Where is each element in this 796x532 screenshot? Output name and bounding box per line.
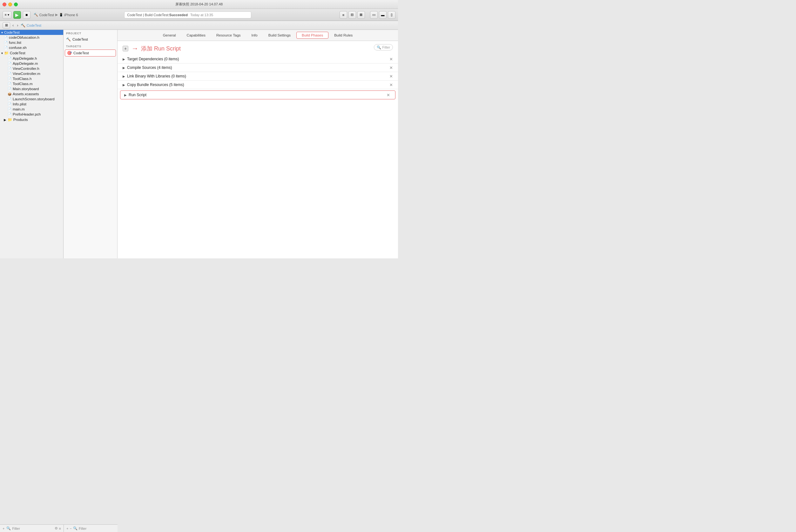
editor-standard-button[interactable]: ≡ (339, 11, 347, 19)
phase-close-button[interactable]: ✕ (389, 74, 393, 79)
project-section-header: PROJECT (63, 30, 117, 36)
phase-label: Run Script (129, 93, 146, 97)
file-icon: 📄 (7, 62, 12, 65)
content-filter[interactable]: 🔍 Filter (374, 44, 393, 51)
sidebar-item-assets[interactable]: 📦 Assets.xcassets (0, 91, 63, 96)
sidebar-item-main-storyboard[interactable]: 📄 Main.storyboard (0, 86, 63, 91)
sidebar-item-codeobfuscation[interactable]: 📄 codeObfuscation.h (0, 35, 63, 40)
build-status-bar: CodeTest | Build CodeTest: Succeeded Tod… (124, 12, 251, 18)
file-icon: 📄 (7, 108, 12, 111)
annotation-text: 添加 Run Script (141, 45, 181, 52)
tab-build-settings[interactable]: Build Settings (263, 32, 296, 38)
phase-expand-icon: ▶ (123, 83, 125, 87)
tab-capabilities[interactable]: Capabilities (182, 32, 210, 38)
sidebar-item-appdelegate-h[interactable]: 📄 AppDelegate.h (0, 56, 63, 61)
phase-close-button[interactable]: ✕ (389, 82, 393, 87)
file-icon: 📄 (7, 77, 12, 81)
tab-build-rules[interactable]: Build Rules (329, 32, 358, 38)
file-icon: 📄 (7, 82, 12, 86)
tab-general[interactable]: General (158, 32, 181, 38)
project-panel: PROJECT 🔨 CodeTest TARGETS 🎯 CodeTest (63, 30, 117, 259)
file-icon: 📄 (7, 57, 12, 60)
forward-nav-button[interactable]: › (16, 23, 19, 27)
sidebar-item-products[interactable]: ▶ 📁 Products (0, 117, 63, 122)
filter-icon: 🔍 (377, 45, 381, 50)
phase-close-button[interactable]: ✕ (387, 93, 390, 97)
phase-expand-icon: ▶ (124, 93, 127, 97)
project-panel-codetest[interactable]: 🔨 CodeTest (63, 36, 117, 43)
storyboard-icon: 📄 (7, 87, 12, 91)
file-icon: 📄 (7, 113, 12, 116)
stop-button[interactable]: ■ (23, 11, 31, 19)
phase-close-button[interactable]: ✕ (389, 57, 393, 61)
phase-label: Link Binary With Libraries (0 items) (127, 74, 186, 78)
navigator-toggle[interactable]: ▭ (370, 11, 378, 19)
sidebar-item-main-m[interactable]: 📄 main.m (0, 107, 63, 112)
folder-icon: ▾ (1, 31, 3, 34)
arrow-right-icon: → (131, 45, 138, 52)
sidebar-item-viewcontroller-m[interactable]: 📄 ViewController.m (0, 71, 63, 76)
sidebar-item-viewcontroller-h[interactable]: 📄 ViewController.h (0, 66, 63, 71)
run-button[interactable]: ▶ (13, 11, 21, 19)
project-icon: 🔨 (66, 37, 71, 42)
add-phase-button[interactable]: + (123, 46, 128, 52)
sidebar-item-launchscreen[interactable]: 📄 LaunchScreen.storyboard (0, 96, 63, 101)
target-codetest[interactable]: 🎯 CodeTest (65, 50, 116, 57)
tab-build-phases[interactable]: Build Phases (296, 32, 329, 39)
file-icon: 📄 (4, 46, 7, 50)
sidebar-item-toolclass-h[interactable]: 📄 ToolClass.h (0, 76, 63, 81)
phase-expand-icon: ▶ (123, 57, 125, 61)
phase-label: Compile Sources (4 items) (127, 65, 172, 70)
sidebar-item-prefixheader[interactable]: 📄 PrefixHeader.pch (0, 112, 63, 117)
sidebar: ▾ CodeTest 📄 codeObfuscation.h 📄 func.li… (0, 30, 63, 259)
window-title: 屏幕快照 2018-04-20 14.07.48 (175, 2, 223, 7)
phase-close-button[interactable]: ✕ (389, 65, 393, 70)
phase-copy-bundle[interactable]: ▶ Copy Bundle Resources (5 items) ✕ (117, 81, 398, 89)
sidebar-item-info-plist[interactable]: 📄 Info.plist (0, 101, 63, 107)
file-icon: 📄 (7, 72, 12, 76)
debug-toggle[interactable]: ▬ (379, 11, 387, 19)
main-toolbar: ≡ ▾ ▶ ■ 🔨 CodeTest ▶ 📱 iPhone 6 CodeTest… (0, 9, 398, 21)
folder-color-icon: 📁 (4, 51, 8, 55)
sidebar-item-codetest-root[interactable]: ▾ CodeTest (0, 30, 63, 35)
tab-info[interactable]: Info (246, 32, 263, 38)
phase-expand-icon: ▶ (123, 66, 125, 70)
scheme-button[interactable]: ≡ ▾ (2, 11, 12, 19)
phase-compile-sources[interactable]: ▶ Compile Sources (4 items) ✕ (117, 63, 398, 72)
sidebar-item-funclist[interactable]: 📄 func.list (0, 40, 63, 45)
toolbar-right-controls: ≡ ⊟ ⊠ ▭ ▬ ▯ (339, 11, 395, 19)
back-nav-button[interactable]: ‹ (12, 23, 15, 27)
maximize-button[interactable] (14, 2, 18, 6)
title-bar: 屏幕快照 2018-04-20 14.07.48 (0, 0, 398, 9)
add-annotation: → 添加 Run Script (131, 45, 181, 52)
editor-assistant-button[interactable]: ⊟ (349, 11, 356, 19)
minimize-button[interactable] (8, 2, 12, 6)
products-folder-icon: 📁 (7, 117, 12, 122)
tab-bar: General Capabilities Resource Tags Info … (117, 30, 398, 41)
target-icon: 🎯 (67, 51, 72, 55)
file-icon: 📄 (4, 36, 7, 39)
tab-resource-tags[interactable]: Resource Tags (211, 32, 246, 38)
sidebar-item-codetest-group[interactable]: ▾ 📁 CodeTest (0, 50, 63, 56)
traffic-lights (2, 2, 18, 6)
sidebar-item-confuse[interactable]: 📄 confuse.sh (0, 45, 63, 50)
phase-target-dependencies[interactable]: ▶ Target Dependencies (0 items) ✕ (117, 55, 398, 63)
storyboard-icon: 📄 (7, 97, 12, 101)
close-button[interactable] (2, 2, 6, 6)
phase-expand-icon: ▶ (123, 75, 125, 78)
main-layout: ▾ CodeTest 📄 codeObfuscation.h 📄 func.li… (0, 30, 398, 259)
sidebar-item-toolclass-m[interactable]: 📄 ToolClass.m (0, 81, 63, 86)
sidebar-item-appdelegate-m[interactable]: 📄 AppDelegate.m (0, 61, 63, 66)
phase-label: Copy Bundle Resources (5 items) (127, 82, 184, 87)
content-area: General Capabilities Resource Tags Info … (117, 30, 398, 259)
file-icon: 📄 (7, 67, 12, 71)
utility-toggle[interactable]: ▯ (388, 11, 395, 19)
project-device-indicator: 🔨 CodeTest ▶ 📱 iPhone 6 (32, 13, 79, 17)
grid-view-button[interactable]: ⊞ (2, 22, 10, 28)
folder-closed-icon: ▶ (4, 118, 6, 121)
phase-link-binary[interactable]: ▶ Link Binary With Libraries (0 items) ✕ (117, 72, 398, 81)
editor-version-button[interactable]: ⊠ (357, 11, 365, 19)
build-phases-content: 🔍 Filter + → 添加 Run Script ▶ Target Depe… (117, 41, 398, 259)
assets-icon: 📦 (7, 92, 12, 96)
phase-run-script[interactable]: ▶ Run Script ✕ (120, 91, 395, 99)
